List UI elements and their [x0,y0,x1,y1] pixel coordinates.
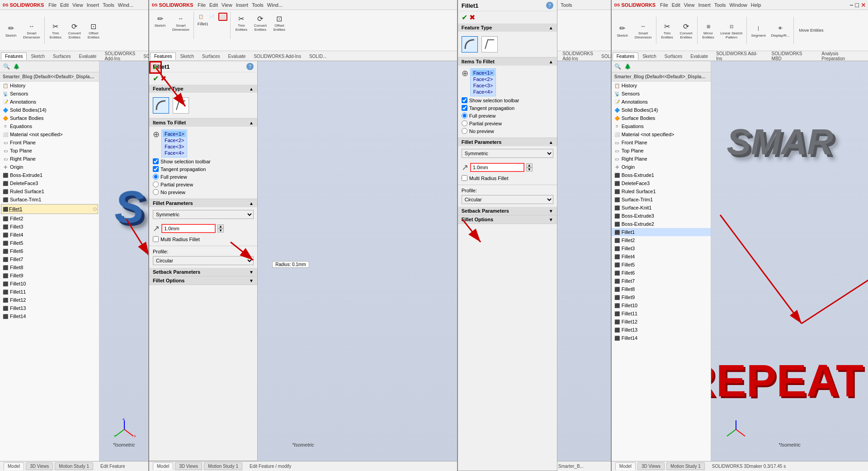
maximize-btn-4[interactable]: □ [855,1,859,9]
partial-preview-radio-2[interactable] [153,181,159,187]
tree-fillet9-4[interactable]: ⬛Fillet9 [612,293,711,301]
fillet-cancel-btn-2[interactable]: ✖ [160,74,166,83]
sketch-btn-1[interactable]: ✏ Sketch [2,22,20,39]
tree-equations-1[interactable]: =Equations [0,122,99,130]
menu-edit-4[interactable]: Edit [670,1,682,9]
tree-fillet12-1[interactable]: ⬛Fillet12 [0,296,99,304]
tree-surfaceknit1-4[interactable]: ⬛Surface-Knit1 [612,204,711,212]
tree-fillet4-4[interactable]: ⬛Fillet4 [612,252,711,261]
menu-insert-1[interactable]: Insert [85,1,101,9]
status-tab-model-1[interactable]: Model [4,462,24,470]
face-item-4-3[interactable]: Face<4> [472,89,495,95]
symmetric-select-3[interactable]: Symmetric [462,149,553,158]
menu-tools-1[interactable]: Tools [101,1,116,9]
tab-sketch-2[interactable]: Sketch [176,52,198,60]
fillet-section-featuretype-header-2[interactable]: Feature Type ▲ [149,85,257,93]
tree-fillet10-4[interactable]: ⬛Fillet10 [612,301,711,309]
tree-surfacebodies-1[interactable]: 🔶Surface Bodies [0,114,99,122]
radius-input-3[interactable] [470,163,524,172]
status-tab-3dviews-1[interactable]: 3D Views [26,462,53,470]
tab-evaluate-4[interactable]: Evaluate [686,52,712,60]
tree-surfacetrim1-1[interactable]: ⬛Surface-Trim1 [0,195,99,204]
linear-pattern-btn-4[interactable]: ⊡ Linear SketchPattern [718,19,745,41]
offset-btn-1[interactable]: ⊡ OffsetEntities [85,19,103,41]
offset-btn-2[interactable]: ⊡ OffsetEntities [270,12,288,33]
ft-icon-fillet-2[interactable] [153,97,169,114]
mini-btn-b-2[interactable]: 📄 [208,13,217,21]
tree-fillet4-1[interactable]: ⬛Fillet4 [0,231,99,239]
spin-up-3[interactable]: ▲ [526,163,533,167]
radius-input-2[interactable] [161,224,216,233]
segment-btn-4[interactable]: | Segment [749,22,768,39]
tangent-prop-cb-2[interactable] [153,166,159,172]
menu-edit-2[interactable]: Edit [208,1,220,9]
tree-origin-4[interactable]: ✛Origin [612,163,711,171]
menu-wind-1[interactable]: Wind... [116,1,135,9]
tree-fillet9-1[interactable]: ⬛Fillet9 [0,271,99,280]
tab-surfaces-1[interactable]: Surfaces [49,52,75,60]
tree-fillet13-4[interactable]: ⬛Fillet13 [612,326,711,334]
menu-tools-4[interactable]: Tools [712,1,728,9]
menu-tools-3[interactable]: Tools [559,1,574,9]
face-item-1-2[interactable]: Face<1> [163,131,186,137]
tree-fillet6-4[interactable]: ⬛Fillet6 [612,269,711,277]
menu-view-1[interactable]: View [71,1,85,9]
mini-btn-a-2[interactable]: 📋 [197,13,206,21]
multi-radius-cb-3[interactable] [462,175,467,181]
tree-fillet7-4[interactable]: ⬛Fillet7 [612,277,711,285]
fillet-section-params-header-3[interactable]: Fillet Parameters ▲ [458,138,557,146]
ft-icon-chamfer-2[interactable] [173,97,189,114]
face-item-3-3[interactable]: Face<3> [472,82,495,89]
face-item-4-2[interactable]: Face<4> [163,150,186,156]
mirror-btn-4[interactable]: ⊞ MirrorEntities [699,19,717,41]
status-tab-motion-1[interactable]: Motion Study 1 [55,462,93,470]
face-item-1-3[interactable]: Face<1> [472,70,495,76]
fillet-section-options-header-2[interactable]: Fillet Options ▼ [149,276,257,285]
tab-addins-1[interactable]: SOLIDWORKS Add-Ins [100,50,139,62]
profile-select-3[interactable]: Circular [462,195,553,204]
convert-btn-1[interactable]: ⟳ ConvertEntities [66,19,84,41]
tree-ruledsurface1-4[interactable]: ⬛Ruled Surface1 [612,187,711,195]
show-selection-toolbar-cb-2[interactable] [153,158,159,164]
full-preview-radio-3[interactable] [462,113,467,119]
tree-fillet14-4[interactable]: ⬛Fillet14 [612,334,711,342]
tree-origin-1[interactable]: ✛Origin [0,163,99,171]
fillet-section-setback-header-3[interactable]: Setback Parameters ▼ [458,207,557,215]
tree-icon-1[interactable]: 🌲 [12,62,21,71]
tree-frontplane-1[interactable]: ▭Front Plane [0,138,99,147]
tab-evaluate-1[interactable]: Evaluate [75,52,101,60]
trim-btn-1[interactable]: ✂ TrimEntities [47,19,65,41]
profile-select-2[interactable]: Circular [153,256,254,265]
tree-bossextrude3-4[interactable]: ⬛Boss-Extrude3 [612,212,711,220]
tab-evaluate-2[interactable]: Evaluate [224,52,250,60]
tab-addins-4[interactable]: SOLIDWORKS Add-Ins [712,50,767,62]
tree-material-4[interactable]: ⬜Material <not specified> [612,130,711,138]
tree-surfacetrim1-4[interactable]: ⬛Surface-Trim1 [612,195,711,204]
tree-sensors-4[interactable]: 📡Sensors [612,90,711,98]
menu-file-1[interactable]: File [47,1,58,9]
menu-file-4[interactable]: File [658,1,670,9]
spin-down-2[interactable]: ▼ [217,228,224,233]
tree-fillet13-1[interactable]: ⬛Fillet13 [0,304,99,312]
full-preview-radio-2[interactable] [153,174,159,180]
smart-dim-btn-4[interactable]: ↔ SmartDimension [632,19,654,41]
menu-view-2[interactable]: View [220,1,234,9]
tab-sketch-4[interactable]: Sketch [638,52,660,60]
tree-fillet10-1[interactable]: ⬛Fillet10 [0,280,99,288]
tab-surfaces-2[interactable]: Surfaces [198,52,224,60]
status-tab-3dviews-4[interactable]: 3D Views [637,462,665,470]
no-preview-radio-3[interactable] [462,128,467,134]
tree-fillet3-1[interactable]: ⬛Fillet3 [0,223,99,231]
menu-wind-2[interactable]: Wind... [265,1,284,9]
face-list-3[interactable]: Face<1> Face<2> Face<3> Face<4> [470,68,496,96]
close-btn-4[interactable]: ✕ [861,1,866,9]
smart-dim-btn-1[interactable]: ↔ SmartDimension [21,19,42,41]
menu-insert-4[interactable]: Insert [696,1,712,9]
face-item-2-3[interactable]: Face<2> [472,76,495,82]
tree-annotations-1[interactable]: 📝Annotations [0,98,99,106]
tree-history-4[interactable]: 📋History [612,81,711,90]
convert-btn-4[interactable]: ⟳ ConvertEntities [677,19,695,41]
tree-topplane-1[interactable]: ▭Top Plane [0,147,99,155]
menu-window-4[interactable]: Window [728,1,749,9]
tree-sensors-1[interactable]: 📡Sensors [0,90,99,98]
